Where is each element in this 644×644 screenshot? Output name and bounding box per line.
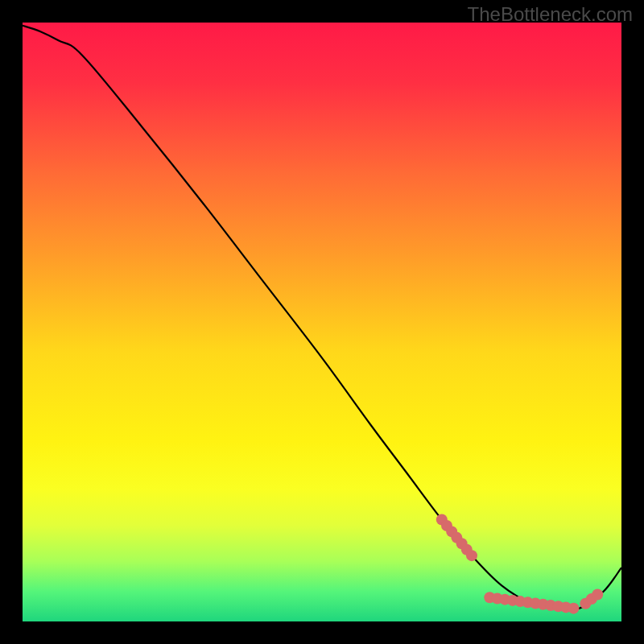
bottleneck-chart: TheBottleneck.com — [0, 0, 644, 644]
watermark-text: TheBottleneck.com — [468, 3, 633, 26]
data-marker — [592, 589, 603, 601]
data-marker — [568, 603, 579, 614]
chart-svg — [0, 0, 644, 644]
gradient-background — [23, 23, 621, 621]
data-marker — [466, 550, 477, 561]
